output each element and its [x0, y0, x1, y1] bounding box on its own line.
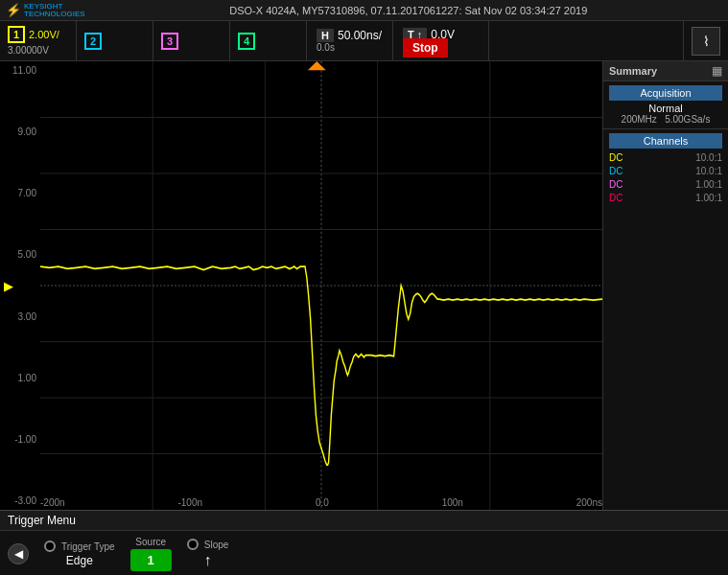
header-bar: ⚡ KEYSIGHT TECHNOLOGIES DSO-X 4024A, MY5… — [0, 0, 728, 21]
ch3-coupling: DC — [609, 179, 622, 190]
ch4-coupling: DC — [609, 193, 622, 203]
ch1-ratio: 10.0:1 — [695, 152, 722, 163]
ch1-number: 1 — [8, 26, 25, 43]
scope-title: DSO-X 4024A, MY57310896, 07.11.201706122… — [229, 5, 587, 16]
trigger-slope-control: Slope ↑ — [187, 539, 229, 569]
trigger-menu: Trigger Menu ◀ Trigger Type Edge Source … — [0, 510, 728, 575]
channel-4-button[interactable]: 4 — [230, 21, 307, 60]
ch2-number: 2 — [84, 33, 102, 50]
waveform-icon: ⌇ — [692, 27, 720, 56]
trigger-source-value[interactable]: 1 — [130, 549, 172, 571]
y-label-3: 5.00 — [0, 249, 40, 260]
channel-4-summary: DC 1.00:1 — [609, 193, 722, 203]
summary-title: Summary — [609, 65, 657, 77]
ch1-coupling: DC — [609, 152, 622, 163]
channel-1-button[interactable]: 1 2.00V/ 3.00000V — [0, 21, 77, 60]
ch1-offset: 3.00000V — [8, 45, 49, 56]
timebase-button[interactable]: H 50.00ns/ 0.0s — [307, 21, 393, 60]
trigger-marker: ▶ — [4, 279, 13, 293]
timebase-value: 50.00ns/ — [338, 29, 382, 42]
ch2-ratio: 10.0:1 — [695, 166, 722, 176]
trigger-type-value: Edge — [66, 554, 93, 567]
run-stop-indicator: Stop — [403, 38, 448, 58]
summary-icon: ▦ — [712, 64, 722, 78]
channel-1-summary: DC 10.0:1 — [609, 152, 722, 163]
channels-section: Channels DC 10.0:1 DC 10.0:1 DC 1.00:1 D… — [603, 129, 728, 210]
trigger-type-control: Trigger Type Edge — [44, 540, 115, 567]
y-label-0: 11.00 — [0, 65, 40, 76]
channel-2-button[interactable]: 2 — [77, 21, 153, 60]
trigger-slope-symbol: ↑ — [204, 552, 212, 569]
summary-panel: Summary ▦ Acquisition Normal 200MHz 5.00… — [603, 61, 728, 510]
plot-area[interactable]: 11.00 9.00 7.00 5.00 3.00 1.00 -1.00 -3.… — [0, 61, 603, 510]
y-label-1: 9.00 — [0, 126, 40, 137]
title-bar: DSO-X 4024A, MY57310896, 07.11.201706122… — [95, 5, 722, 16]
ch4-ratio: 1.00:1 — [695, 193, 722, 203]
trigger-status: Stop — [403, 41, 448, 55]
ch3-number: 3 — [161, 33, 178, 50]
timebase-offset: 0.0s — [317, 42, 335, 53]
channel-3-button[interactable]: 3 — [153, 21, 230, 60]
trigger-source-control: Source 1 — [130, 537, 172, 571]
ch3-ratio: 1.00:1 — [695, 179, 722, 190]
trigger-type-radio[interactable] — [44, 540, 56, 552]
channel-2-summary: DC 10.0:1 — [609, 166, 722, 176]
trigger-slope-radio[interactable] — [187, 539, 199, 550]
summary-header: Summary ▦ — [603, 61, 728, 81]
logo-text: KEYSIGHT TECHNOLOGIES — [24, 3, 85, 18]
trigger-source-label: Source — [135, 537, 166, 547]
trigger-slope-label: Slope — [204, 540, 229, 550]
acquisition-title: Acquisition — [609, 85, 722, 101]
trigger-controls: ◀ Trigger Type Edge Source 1 Slope ↑ — [0, 531, 728, 575]
ch2-coupling: DC — [609, 166, 622, 176]
logo-icon: ⚡ — [6, 3, 21, 17]
waveform-canvas — [40, 61, 602, 510]
ch1-voltage: 2.00V/ — [29, 29, 59, 40]
corner-button[interactable]: ⌇ — [683, 21, 728, 60]
acquisition-section: Acquisition Normal 200MHz 5.00GSa/s — [603, 81, 728, 129]
trigger-left-arrow[interactable]: ◀ — [8, 543, 29, 564]
y-label-2: 7.00 — [0, 188, 40, 198]
y-label-7: -3.00 — [0, 495, 40, 506]
channel-row: 1 2.00V/ 3.00000V 2 3 4 H 50.00ns/ 0.0s … — [0, 21, 728, 61]
main-area: 11.00 9.00 7.00 5.00 3.00 1.00 -1.00 -3.… — [0, 61, 728, 510]
acquisition-mode: Normal — [609, 103, 722, 114]
y-label-5: 1.00 — [0, 373, 40, 383]
channels-title: Channels — [609, 133, 722, 149]
channel-3-summary: DC 1.00:1 — [609, 179, 722, 190]
logo: ⚡ KEYSIGHT TECHNOLOGIES — [6, 3, 85, 18]
trigger-type-label: Trigger Type — [61, 541, 115, 552]
trigger-button[interactable]: T ↑ 0.0V Stop — [393, 21, 489, 60]
timebase-h-label: H — [317, 29, 334, 42]
ch4-number: 4 — [238, 33, 255, 50]
acquisition-params: 200MHz 5.00GSa/s — [609, 114, 722, 125]
svg-marker-12 — [308, 61, 326, 70]
trigger-menu-title: Trigger Menu — [0, 511, 728, 531]
y-label-4: 3.00 — [0, 311, 40, 322]
y-label-6: -1.00 — [0, 434, 40, 445]
